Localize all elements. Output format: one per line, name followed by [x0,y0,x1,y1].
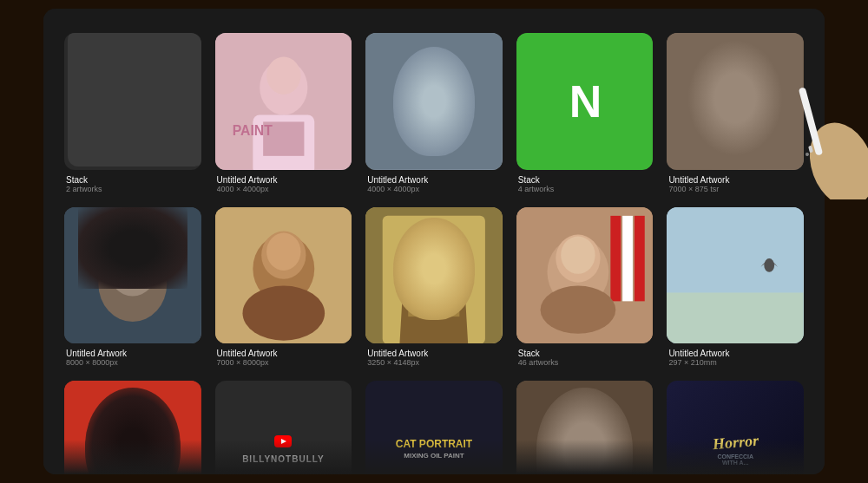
gallery-item-stack-old[interactable]: Stack 46 artworks [516,207,654,368]
svg-point-56 [550,403,619,474]
svg-point-21 [698,101,773,149]
artwork-svg [365,33,503,170]
gallery-item-2[interactable]: PAINT Untitled Artwork 4000 × 4000px [215,33,352,193]
gallery-item-3[interactable]: Untitled Artwork 4000 × 4000px [365,33,503,193]
gallery-grid: Stack 2 artworks PAINT Untitled Artwork … [43,29,825,474]
svg-point-27 [114,246,151,287]
artwork-info: Untitled Artwork 7000 × 8000px [215,347,352,367]
artwork-thumbnail: BILLYNOTBULLY [215,381,352,474]
svg-rect-37 [408,282,459,316]
ipad-screen: Stack 2 artworks PAINT Untitled Artwork … [43,9,825,474]
svg-point-7 [266,57,300,95]
stack-back [68,33,201,166]
artwork-name: Untitled Artwork [668,175,802,185]
artwork-name: Stack [66,175,200,185]
svg-point-17 [713,54,758,101]
svg-rect-13 [413,112,454,146]
svg-rect-15 [667,33,804,170]
gallery-item-yt[interactable]: BILLYNOTBULLY Untitled Artwork 5738 × 23… [215,381,352,474]
yt-thumb: BILLYNOTBULLY [215,381,352,474]
play-icon [279,438,287,445]
svg-rect-44 [635,215,645,300]
artwork-thumbnail [516,381,654,474]
svg-rect-18 [708,70,763,88]
svg-point-53 [95,467,170,474]
artwork-name: Untitled Artwork [217,175,351,185]
artwork-meta: 4 artworks [518,185,652,193]
svg-point-48 [765,258,775,272]
svg-point-23 [98,246,167,322]
svg-rect-47 [667,292,804,343]
gallery-item-8[interactable]: Untitled Artwork 3250 × 4148px [365,207,503,368]
artwork-meta: 46 artworks [518,358,652,367]
gallery-item-5[interactable]: Untitled Artwork 7000 × 875 tsr [667,33,804,193]
artwork-name: Untitled Artwork [217,349,351,358]
artwork-thumbnail [64,33,201,170]
yt-icon [274,435,292,447]
horror-title: Horror [712,431,760,454]
yt-logo [274,435,292,447]
artwork-thumbnail [64,381,201,474]
gallery-item-horror[interactable]: Horror CONFECCIAWITH A... Untitled Artwo… [667,381,804,474]
svg-point-51 [114,398,151,439]
artwork-name: Untitled Artwork [66,349,200,358]
horror-subtitle: CONFECCIAWITH A... [713,454,759,466]
artwork-thumbnail [215,207,352,344]
cat-subtitle: MIXING OIL PAINT [404,452,464,460]
gallery-item-cat[interactable]: CAT PORTRAIT MIXING OIL PAINT Untitled A… [365,381,503,474]
yt-channel-name: BILLYNOTBULLY [242,454,325,464]
artwork-name: Stack [518,175,652,185]
artwork-meta: 7000 × 875 tsr [668,185,802,193]
svg-point-35 [408,229,459,287]
svg-point-59 [543,460,626,474]
svg-point-14 [420,55,448,86]
artwork-info: Untitled Artwork 7000 × 875 tsr [667,173,804,193]
artwork-meta: 4000 × 4000px [367,185,501,193]
artwork-svg [667,207,804,344]
artwork-svg [215,207,352,344]
gallery-item-14[interactable]: Untitled Artwork 7500 × 7000pr [516,381,654,474]
artwork-thumbnail: PAINT [215,33,352,170]
artwork-thumbnail: N [516,33,654,170]
artwork-info: Stack 46 artworks [516,347,654,367]
horror-thumb: Horror CONFECCIAWITH A... [667,381,804,474]
svg-point-36 [417,229,450,266]
stack-front: N [516,33,654,170]
svg-rect-55 [516,381,654,474]
artwork-meta: 8000 × 8000px [66,358,200,367]
artwork-thumbnail: Horror CONFECCIAWITH A... [667,381,804,474]
artwork-info: Untitled Artwork 4000 × 4000px [215,173,352,193]
artwork-info: Stack 2 artworks [64,173,201,193]
svg-point-50 [105,398,160,460]
artwork-info: Untitled Artwork 297 × 210mm [667,347,804,367]
gallery-item-stack-n[interactable]: N Stack 4 artworks [516,33,654,193]
gallery-item-10[interactable]: Untitled Artwork 297 × 210mm [667,207,804,368]
artwork-meta: 2 artworks [66,185,200,193]
artwork-thumbnail [516,207,654,344]
artwork-name: Stack [518,349,652,358]
artwork-thumbnail: CAT PORTRAIT MIXING OIL PAINT [365,381,503,474]
cat-title: CAT PORTRAIT [396,439,472,450]
svg-marker-54 [281,439,286,444]
gallery-item-stack-1[interactable]: Stack 2 artworks [64,33,201,193]
artwork-name: Untitled Artwork [367,175,501,185]
horror-text-block: Horror CONFECCIAWITH A... [713,434,759,466]
gallery-item-6[interactable]: Untitled Artwork 8000 × 8000px [64,207,201,368]
cat-portrait: CAT PORTRAIT MIXING OIL PAINT [365,381,503,474]
svg-rect-52 [98,460,167,474]
svg-point-45 [540,285,615,333]
svg-point-32 [242,285,325,340]
artwork-info: Stack 4 artworks [516,173,654,193]
gallery-item-11[interactable]: IMG_4204 3000 × 2215tsr [64,381,201,474]
svg-point-12 [415,54,452,95]
artwork-svg [64,207,201,344]
svg-rect-10 [365,33,503,170]
artwork-meta: 7000 × 8000px [217,358,351,367]
artwork-svg: PAINT [215,33,352,170]
artwork-name: Untitled Artwork [668,349,802,358]
artwork-thumbnail [667,33,804,170]
gallery-item-7[interactable]: Untitled Artwork 7000 × 8000px [215,207,352,368]
artwork-thumbnail [64,207,201,344]
artwork-svg [667,33,804,170]
artwork-meta: 297 × 210mm [668,358,802,367]
